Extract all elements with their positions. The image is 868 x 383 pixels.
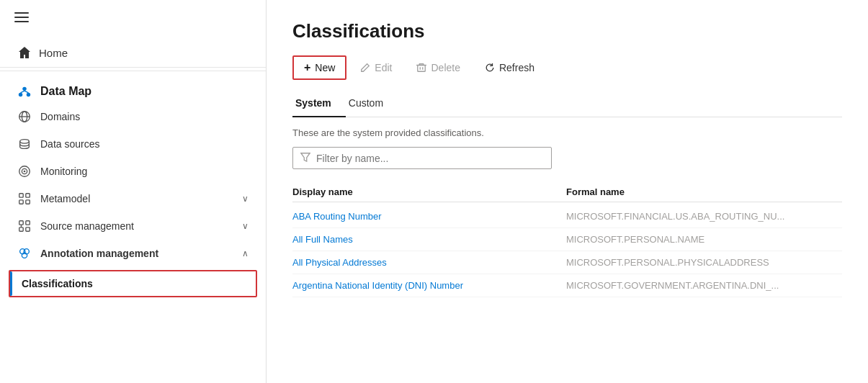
svg-point-3 (22, 87, 26, 91)
table-cell-formal-1: MICROSOFT.PERSONAL.NAME (566, 234, 842, 245)
table-cell-formal-3: MICROSOFT.GOVERNMENT.ARGENTINA.DNI_... (566, 280, 842, 291)
sidebar-item-home[interactable]: Home (0, 38, 266, 68)
sidebar-section-datamap: Data Map (0, 74, 266, 103)
domains-icon (17, 109, 32, 124)
svg-rect-18 (26, 200, 30, 204)
main-content-area: Classifications + New Edit (267, 0, 868, 383)
table-row: All Physical Addresses MICROSOFT.PERSONA… (292, 251, 842, 274)
new-button[interactable]: + New (292, 55, 346, 80)
tab-description: These are the system provided classifica… (292, 127, 842, 138)
table-cell-display-2[interactable]: All Physical Addresses (292, 257, 566, 268)
filter-input-wrap (292, 147, 552, 169)
tab-custom-label: Custom (349, 97, 383, 109)
refresh-button-label: Refresh (499, 62, 534, 73)
toolbar: + New Edit Delete (292, 55, 842, 80)
edit-icon (360, 63, 370, 73)
svg-point-14 (24, 171, 26, 173)
sidebar-divider-1 (0, 71, 266, 71)
sidebar-item-classifications[interactable]: Classifications (9, 270, 257, 297)
datamap-icon (17, 84, 32, 99)
svg-rect-15 (19, 194, 23, 197)
svg-rect-1 (14, 17, 29, 18)
sidebar-item-metamodel[interactable]: Metamodel ∨ (0, 185, 266, 212)
tabs: System Custom (292, 91, 842, 117)
svg-point-5 (27, 93, 30, 96)
delete-button[interactable]: Delete (406, 57, 470, 78)
svg-line-6 (21, 91, 24, 93)
delete-button-label: Delete (431, 62, 460, 73)
sidebar: Home Data Map Domains Data sources (0, 0, 267, 383)
refresh-button[interactable]: Refresh (474, 57, 545, 78)
table-header: Display name Formal name (292, 182, 842, 202)
table-row: Argentina National Identity (DNI) Number… (292, 274, 842, 297)
data-sources-icon (17, 137, 32, 151)
tab-system-label: System (295, 97, 331, 109)
annotation-management-chevron-icon: ∧ (242, 248, 249, 258)
sidebar-home-label: Home (39, 47, 68, 59)
table-header-formal-name: Formal name (566, 186, 842, 197)
tab-custom[interactable]: Custom (346, 91, 398, 117)
plus-icon: + (304, 61, 310, 74)
table-row: ABA Routing Number MICROSOFT.FINANCIAL.U… (292, 205, 842, 228)
table-cell-display-0[interactable]: ABA Routing Number (292, 211, 566, 222)
svg-rect-16 (26, 194, 30, 197)
edit-button-label: Edit (375, 62, 392, 73)
page-title: Classifications (292, 20, 842, 42)
sidebar-item-annotation-management-label: Annotation management (40, 248, 158, 259)
table-cell-display-3[interactable]: Argentina National Identity (DNI) Number (292, 280, 566, 291)
tab-system[interactable]: System (292, 91, 346, 117)
sidebar-item-monitoring-label: Monitoring (40, 166, 87, 177)
active-bar (10, 271, 12, 296)
source-management-chevron-icon: ∨ (242, 221, 249, 231)
svg-rect-19 (19, 221, 23, 225)
sidebar-item-classifications-label: Classifications (22, 278, 93, 289)
sidebar-section-title: Data Map (40, 85, 91, 98)
sidebar-item-source-management[interactable]: Source management ∨ (0, 212, 266, 240)
filter-input[interactable] (316, 153, 544, 164)
metamodel-chevron-icon: ∨ (242, 194, 249, 204)
sidebar-item-data-sources-label: Data sources (40, 138, 99, 150)
svg-rect-27 (418, 66, 426, 72)
page-content: Classifications + New Edit (267, 0, 868, 383)
new-button-label: New (315, 62, 335, 73)
edit-button[interactable]: Edit (349, 57, 403, 78)
svg-rect-17 (19, 200, 23, 204)
sidebar-item-domains-label: Domains (40, 111, 80, 122)
sidebar-item-monitoring[interactable]: Monitoring (0, 158, 266, 185)
svg-line-7 (24, 91, 28, 93)
sidebar-item-domains[interactable]: Domains (0, 103, 266, 130)
table-header-display-name: Display name (292, 186, 566, 197)
monitoring-icon (17, 164, 32, 179)
sidebar-item-annotation-management[interactable]: Annotation management ∧ (0, 240, 266, 267)
refresh-icon (485, 63, 495, 73)
sidebar-item-source-management-label: Source management (40, 220, 134, 232)
svg-marker-31 (301, 153, 310, 161)
sidebar-item-metamodel-label: Metamodel (40, 193, 90, 204)
sidebar-item-data-sources[interactable]: Data sources (0, 130, 266, 158)
svg-rect-2 (14, 21, 29, 22)
table-row: All Full Names MICROSOFT.PERSONAL.NAME (292, 228, 842, 251)
home-icon (17, 45, 32, 60)
svg-point-4 (19, 93, 22, 96)
delete-icon (416, 63, 426, 73)
svg-rect-20 (26, 221, 30, 225)
filter-icon (300, 152, 310, 164)
svg-rect-22 (26, 227, 30, 231)
metamodel-icon (17, 192, 32, 206)
table-cell-display-1[interactable]: All Full Names (292, 234, 566, 245)
hamburger-menu[interactable] (0, 0, 266, 38)
svg-rect-0 (14, 12, 29, 14)
svg-point-11 (20, 140, 30, 143)
source-management-icon (17, 219, 32, 233)
table-cell-formal-2: MICROSOFT.PERSONAL.PHYSICALADDRESS (566, 257, 842, 268)
table-cell-formal-0: MICROSOFT.FINANCIAL.US.ABA_ROUTING_NU... (566, 211, 842, 222)
svg-rect-21 (19, 227, 23, 231)
annotation-management-icon (17, 246, 32, 261)
